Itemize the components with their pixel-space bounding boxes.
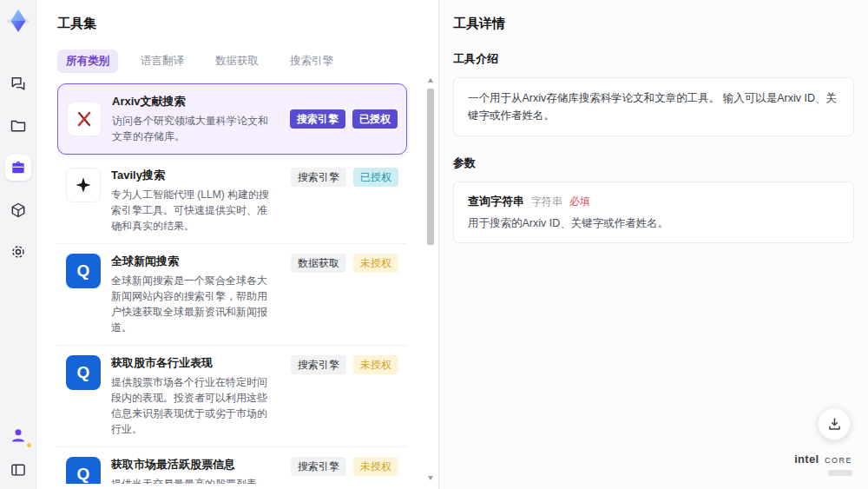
auth-status-badge: 未授权 — [353, 457, 398, 476]
parameter-name: 查询字符串 — [468, 194, 524, 209]
intel-sub-badge — [828, 470, 852, 476]
tool-name: 获取股市各行业表现 — [111, 355, 277, 371]
category-badge: 搜索引擎 — [291, 168, 346, 187]
blueq-tool-icon: Q — [66, 457, 101, 484]
collapse-sidebar-button[interactable] — [6, 458, 30, 482]
tool-name: 全球新闻搜索 — [111, 254, 277, 269]
tool-description: 提供当天交易量最高的股票列表，投资者可以利用这些信息来识别流动性强的股票和潜在的… — [111, 476, 277, 484]
sidebar-item-packages[interactable] — [6, 198, 30, 222]
sidebar-item-tools[interactable] — [5, 155, 31, 181]
list-scrollbar[interactable] — [426, 78, 435, 480]
sidebar-nav — [5, 71, 31, 264]
tavily-star-icon — [74, 175, 93, 195]
download-icon — [826, 416, 843, 433]
intel-core-logo: intel core — [794, 453, 852, 479]
tavily-tool-icon — [66, 168, 101, 202]
sidebar-item-files[interactable] — [6, 113, 30, 137]
category-badge: 搜索引擎 — [290, 109, 345, 129]
intro-card: 一个用于从Arxiv存储库搜索科学论文和文章的工具。 输入可以是Arxiv ID… — [453, 77, 854, 136]
download-button[interactable] — [818, 407, 851, 440]
toolset-panel: 工具集 所有类别语言翻译数据获取搜索引擎 Arxiv文献搜索 访问各个研究领域大… — [36, 0, 439, 489]
category-tabs: 所有类别语言翻译数据获取搜索引擎 — [57, 50, 419, 73]
sidebar-bottom — [6, 423, 30, 482]
sidebar-item-chat[interactable] — [6, 71, 30, 96]
scroll-down-icon[interactable] — [428, 476, 433, 480]
app-window: 工具集 所有类别语言翻译数据获取搜索引擎 Arxiv文献搜索 访问各个研究领域大… — [0, 0, 868, 489]
arxiv-icon — [74, 109, 95, 129]
panel-collapse-icon — [10, 461, 27, 479]
parameter-type: 字符串 — [531, 195, 562, 209]
tool-description: 专为人工智能代理 (LLM) 构建的搜索引擎工具。可快速提供实时、准确和真实的结… — [111, 187, 277, 234]
sidebar — [0, 0, 36, 489]
params-card: 查询字符串 字符串 必填 用于搜索的Arxiv ID、关键字或作者姓名。 — [453, 182, 854, 243]
briefcase-icon — [10, 159, 27, 176]
tool-list-item[interactable]: Q 全球新闻搜索 全球新闻搜索是一个聚合全球各大新闻网站内容的搜索引擎，帮助用户… — [57, 243, 407, 345]
cube-icon — [10, 202, 27, 219]
avatar-icon — [10, 426, 27, 444]
app-logo[interactable] — [4, 7, 32, 35]
category-badge: 搜索引擎 — [291, 355, 346, 374]
user-avatar[interactable] — [6, 423, 30, 447]
category-badge: 数据获取 — [291, 254, 346, 273]
params-heading: 参数 — [453, 155, 854, 171]
auth-status-badge: 已授权 — [352, 109, 398, 129]
diamond-logo-icon — [5, 8, 31, 34]
category-badge: 搜索引擎 — [291, 457, 346, 476]
scroll-up-icon[interactable] — [428, 78, 433, 83]
sidebar-item-settings[interactable] — [6, 240, 30, 264]
tool-list-item[interactable]: Q 获取市场最活跃股票信息 提供当天交易量最高的股票列表，投资者可以利用这些信息… — [57, 446, 407, 484]
tab-category-0[interactable]: 所有类别 — [57, 50, 118, 73]
intel-brand-text: intel — [794, 453, 819, 466]
parameter-description: 用于搜索的Arxiv ID、关键字或作者姓名。 — [468, 216, 839, 231]
q-logo-icon: Q — [77, 465, 90, 484]
blueq-tool-icon: Q — [66, 355, 101, 390]
intro-text: 一个用于从Arxiv存储库搜索科学论文和文章的工具。 输入可以是Arxiv ID… — [468, 89, 839, 124]
parameter-row: 查询字符串 字符串 必填 用于搜索的Arxiv ID、关键字或作者姓名。 — [468, 194, 839, 231]
tool-list-item[interactable]: Tavily搜索 专为人工智能代理 (LLM) 构建的搜索引擎工具。可快速提供实… — [57, 158, 407, 243]
tool-details-panel: 工具详情 工具介绍 一个用于从Arxiv存储库搜索科学论文和文章的工具。 输入可… — [439, 0, 868, 489]
arxiv-tool-icon — [67, 102, 102, 136]
scrollbar-thumb[interactable] — [427, 89, 434, 245]
details-title: 工具详情 — [453, 16, 854, 32]
tab-category-3[interactable]: 搜索引擎 — [281, 50, 342, 73]
tool-list: Arxiv文献搜索 访问各个研究领域大量科学论文和文章的存储库。 搜索引擎 已授… — [57, 83, 419, 484]
chat-icon — [10, 75, 27, 92]
q-logo-icon: Q — [77, 261, 90, 281]
tool-name: Arxiv文献搜索 — [112, 94, 276, 109]
tool-name: 获取市场最活跃股票信息 — [111, 457, 277, 472]
tool-description: 全球新闻搜索是一个聚合全球各大新闻网站内容的搜索引擎，帮助用户快速获取全球最新资… — [111, 273, 277, 335]
auth-status-badge: 未授权 — [353, 355, 398, 374]
parameter-required-flag: 必填 — [569, 195, 590, 209]
intro-heading: 工具介绍 — [453, 51, 854, 67]
tool-name: Tavily搜索 — [111, 168, 277, 183]
gear-icon — [10, 243, 27, 261]
tab-category-1[interactable]: 语言翻译 — [132, 50, 193, 73]
avatar-status-dot — [26, 442, 32, 448]
core-brand-text: core — [825, 453, 852, 466]
tool-description: 访问各个研究领域大量科学论文和文章的存储库。 — [112, 113, 276, 144]
auth-status-badge: 已授权 — [353, 168, 398, 187]
tool-description: 提供股票市场各个行业在特定时间段内的表现。投资者可以利用这些信息来识别表现优于或… — [111, 374, 277, 437]
blueq-tool-icon: Q — [66, 254, 101, 288]
q-logo-icon: Q — [77, 363, 90, 382]
page-title: 工具集 — [57, 16, 419, 32]
auth-status-badge: 未授权 — [353, 254, 398, 273]
tool-list-item[interactable]: Q 获取股市各行业表现 提供股票市场各个行业在特定时间段内的表现。投资者可以利用… — [57, 345, 407, 446]
tool-list-item[interactable]: Arxiv文献搜索 访问各个研究领域大量科学论文和文章的存储库。 搜索引擎 已授… — [57, 83, 407, 155]
folder-icon — [10, 116, 27, 134]
tab-category-2[interactable]: 数据获取 — [207, 50, 267, 73]
